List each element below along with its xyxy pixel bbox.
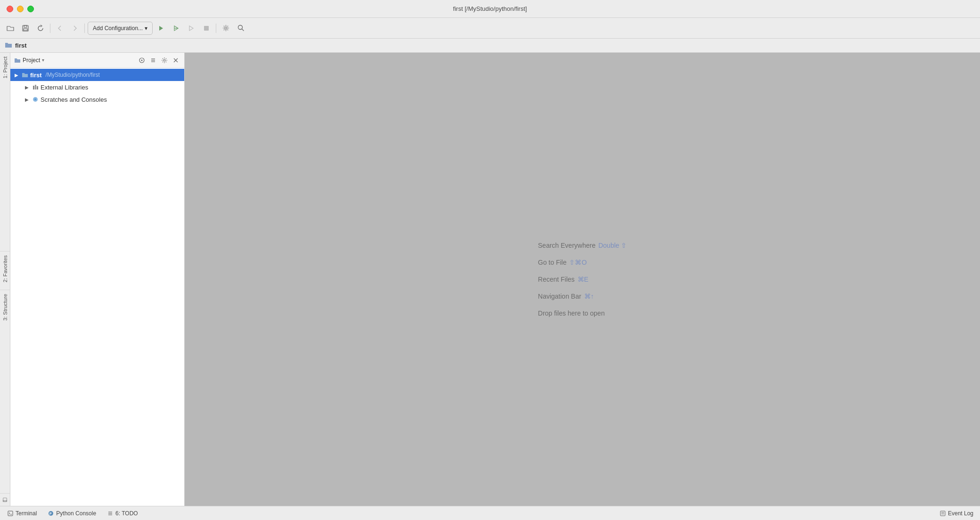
title-bar: first [/MyStudio/python/first] [0,0,980,18]
svg-point-25 [34,98,36,100]
editor-hints: Search Everywhere Double ⇧ Go to File ⇧⌘… [538,242,627,317]
hint-goto-file: Go to File ⇧⌘O [538,259,587,266]
svg-rect-2 [24,29,27,31]
hint-navigation-bar: Navigation Bar ⌘↑ [538,292,594,300]
svg-marker-3 [159,26,163,31]
structure-tab-section[interactable]: 3: Structure [0,290,10,325]
toolbar-separator-1 [50,24,50,33]
svg-rect-12 [3,498,7,502]
project-panel-header: Project ▾ [10,53,184,68]
svg-point-9 [238,25,242,30]
hint-text-navigation-bar: Navigation Bar [538,292,581,300]
tree-label-first: first [30,72,42,79]
bottom-toolbar-toggle[interactable] [0,493,10,506]
minimize-button[interactable] [17,6,24,12]
search-everywhere-button[interactable] [234,22,247,35]
python-icon: P [48,511,54,516]
maximize-button[interactable] [27,6,34,12]
project-tab-section[interactable]: 1: Project [0,53,10,82]
panel-settings-button[interactable] [160,56,169,65]
debug-button[interactable] [170,22,183,35]
tree-label-external-libraries: External Libraries [41,84,88,91]
svg-point-18 [163,59,165,61]
tree-arrow-scratches: ▶ [24,96,30,103]
tree-item-scratches[interactable]: ▶ Scratches and Consoles [10,93,184,106]
todo-tab[interactable]: 6: TODO [102,507,144,520]
hint-text-drop-files: Drop files here to open [538,309,605,317]
python-console-tab-label: Python Console [56,510,96,517]
bottom-bar: Terminal P Python Console 6: TODO Event … [0,506,980,520]
close-panel-button[interactable] [171,56,180,65]
save-button[interactable] [19,22,32,35]
favorites-tab-label[interactable]: 2: Favorites [1,252,9,286]
panel-title-label: Project [23,57,40,64]
tree-item-external-libraries[interactable]: ▶ External Libraries [10,81,184,93]
tree-arrow-external-libraries: ▶ [24,84,30,90]
hint-shortcut-navigation-bar: ⌘↑ [584,292,594,300]
svg-rect-23 [37,86,38,89]
svg-line-10 [242,29,244,31]
libraries-icon [32,84,39,90]
close-button[interactable] [7,6,13,12]
svg-rect-21 [33,86,34,89]
run-with-coverage-button[interactable] [185,22,198,35]
svg-rect-11 [3,500,7,502]
tree-path-first: /MyStudio/python/first [46,72,100,78]
terminal-tab[interactable]: Terminal [2,507,42,520]
svg-point-8 [225,27,227,29]
bottom-right: Event Log [935,508,978,519]
hint-text-search-everywhere: Search Everywhere [538,242,596,249]
svg-text:P: P [49,512,52,515]
breadcrumb-folder-icon [5,41,12,49]
python-console-tab[interactable]: P Python Console [42,507,102,520]
favorites-tab-section[interactable]: 2: Favorites [0,251,10,286]
tree-arrow-first: ▶ [13,72,20,78]
panel-dropdown-arrow[interactable]: ▾ [42,57,44,63]
locate-file-button[interactable] [137,56,147,65]
folder-icon-first [22,72,28,78]
editor-area: Search Everywhere Double ⇧ Go to File ⇧⌘… [185,53,980,506]
main-content: 1: Project 2: Favorites 3: Structure Pro… [0,53,980,506]
todo-tab-label: 6: TODO [115,510,138,517]
breadcrumb-bar: first [0,39,980,53]
hint-shortcut-search-everywhere: Double ⇧ [598,242,627,249]
add-configuration-button[interactable]: Add Configuration... ▾ [88,22,153,35]
forward-button[interactable] [68,22,82,35]
svg-rect-22 [35,85,36,89]
scratches-icon [32,96,39,103]
structure-tab-label[interactable]: 3: Structure [1,290,9,325]
event-log-button[interactable]: Event Log [935,508,978,519]
project-panel: Project ▾ [10,53,185,506]
open-folder-button[interactable] [4,22,17,35]
svg-rect-7 [204,26,209,31]
hint-search-everywhere: Search Everywhere Double ⇧ [538,242,627,249]
toolbar: Add Configuration... ▾ [0,18,980,39]
hint-text-recent-files: Recent Files [538,276,575,283]
back-button[interactable] [53,22,66,35]
settings-button[interactable] [219,22,232,35]
add-config-label: Add Configuration... [93,25,143,32]
todo-icon [107,511,113,516]
hint-drop-files: Drop files here to open [538,309,605,317]
collapse-all-button[interactable] [148,56,158,65]
event-log-icon [940,511,946,516]
tree-label-scratches: Scratches and Consoles [41,96,107,103]
left-sidebar-tabs: 1: Project 2: Favorites 3: Structure [0,53,10,506]
panel-title: Project ▾ [14,57,134,64]
hint-recent-files: Recent Files ⌘E [538,276,588,283]
toolbar-separator-2 [84,24,85,33]
hint-shortcut-recent-files: ⌘E [578,276,588,283]
svg-rect-33 [940,511,945,516]
add-config-arrow: ▾ [145,25,147,32]
terminal-tab-label: Terminal [16,510,37,517]
toolbar-separator-3 [216,24,216,33]
traffic-lights [7,6,34,12]
hint-shortcut-goto-file: ⇧⌘O [569,259,587,266]
project-tab-label[interactable]: 1: Project [1,53,9,82]
sync-button[interactable] [34,22,47,35]
run-button[interactable] [155,22,168,35]
panel-header-icons [137,56,180,65]
tree-item-first[interactable]: ▶ first /MyStudio/python/first [10,69,184,81]
stop-button[interactable] [200,22,213,35]
panel-folder-icon [14,57,21,63]
